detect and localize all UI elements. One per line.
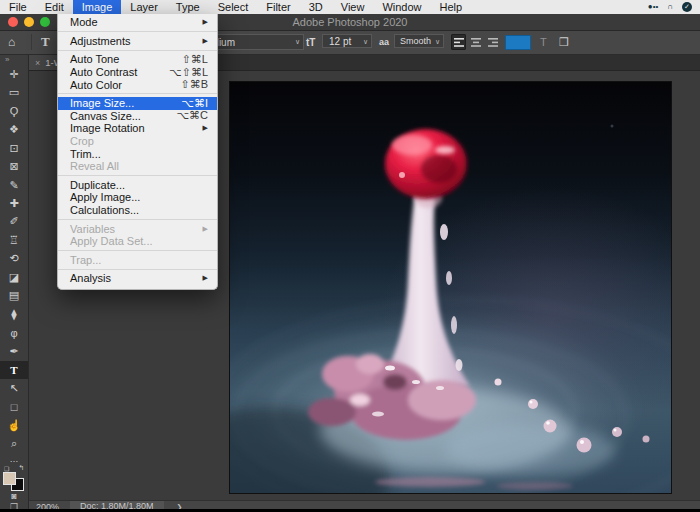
tool-crop[interactable]: ⊡ bbox=[0, 139, 28, 157]
traffic-lights bbox=[8, 17, 50, 27]
submenu-arrow-icon: ▶ bbox=[203, 274, 208, 282]
swap-colors-icon[interactable]: ↰ bbox=[18, 464, 24, 472]
align-left-button[interactable] bbox=[451, 34, 466, 50]
foreground-color-swatch[interactable] bbox=[3, 472, 16, 485]
gradient-tool-icon: ▤ bbox=[9, 289, 19, 302]
menu-item-label: Apply Data Set... bbox=[70, 235, 153, 247]
tool-brush[interactable]: ✐ bbox=[0, 213, 28, 231]
menu-item-apply-image[interactable]: Apply Image... bbox=[58, 191, 217, 204]
menu-item-label: Mode bbox=[70, 16, 98, 28]
menubar-item-filter[interactable]: Filter bbox=[257, 0, 299, 14]
tool-dodge[interactable]: φ bbox=[0, 324, 28, 342]
menubar-item-file[interactable]: File bbox=[0, 0, 36, 14]
anti-alias-icon: aa bbox=[379, 31, 389, 53]
font-size-icon: tT bbox=[306, 31, 315, 53]
tool-frame[interactable]: ⊠ bbox=[0, 157, 28, 175]
more-tools-icon: … bbox=[10, 454, 19, 464]
tool-blur[interactable]: ⧫ bbox=[0, 305, 28, 323]
close-tab-icon[interactable]: × bbox=[35, 58, 40, 68]
menu-item-label: Auto Tone bbox=[70, 53, 119, 65]
font-size-value: 12 pt bbox=[329, 35, 351, 48]
check-circle-status-icon[interactable]: ✓ bbox=[682, 2, 692, 12]
minimize-window-button[interactable] bbox=[24, 17, 34, 27]
menubar-item-view[interactable]: View bbox=[332, 0, 374, 14]
menu-item-calculations[interactable]: Calculations... bbox=[58, 204, 217, 217]
menu-item-image-rotation[interactable]: Image Rotation▶ bbox=[58, 122, 217, 135]
zoom-tool-icon: ⌕ bbox=[11, 437, 17, 450]
menubar-item-window[interactable]: Window bbox=[373, 0, 430, 14]
tool-eyedropper[interactable]: ✎ bbox=[0, 176, 28, 194]
window-title: Adobe Photoshop 2020 bbox=[293, 16, 408, 28]
menubar-item-layer[interactable]: Layer bbox=[121, 0, 167, 14]
tool-healing-brush[interactable]: ✚ bbox=[0, 194, 28, 212]
align-center-button[interactable] bbox=[468, 34, 483, 50]
tool-move[interactable]: ✛ bbox=[0, 65, 28, 83]
expand-tools-icon[interactable]: » bbox=[0, 55, 9, 65]
tool-object-selection[interactable]: ❖ bbox=[0, 120, 28, 138]
submenu-arrow-icon: ▶ bbox=[203, 124, 208, 132]
menu-item-auto-tone[interactable]: Auto Tone⇧⌘L bbox=[58, 53, 217, 66]
tool-lasso[interactable]: Ϙ bbox=[0, 102, 28, 120]
menu-item-trim[interactable]: Trim... bbox=[58, 147, 217, 160]
tool-shape[interactable]: □ bbox=[0, 397, 28, 415]
menubar-item-edit[interactable]: Edit bbox=[36, 0, 73, 14]
tool-clone-stamp[interactable]: ♖ bbox=[0, 231, 28, 249]
tool-marquee[interactable]: ▭ bbox=[0, 83, 28, 101]
menubar-item-type[interactable]: Type bbox=[167, 0, 209, 14]
menu-item-label: Canvas Size... bbox=[70, 110, 141, 122]
tool-path-selection[interactable]: ↖ bbox=[0, 379, 28, 397]
photoshop-app-window: File Edit Image Layer Type Select Filter… bbox=[0, 0, 700, 512]
history-brush-tool-icon: ⟲ bbox=[9, 252, 18, 265]
menubar-item-3d[interactable]: 3D bbox=[300, 0, 332, 14]
menubar-item-image[interactable]: Image bbox=[73, 0, 122, 14]
splash-photo[interactable] bbox=[230, 82, 671, 493]
menu-item-image-size[interactable]: Image Size...⌥⌘I bbox=[58, 97, 217, 110]
anti-alias-select[interactable]: Smooth ∨ bbox=[394, 34, 444, 48]
alignment-group bbox=[451, 31, 500, 53]
zoom-window-button[interactable] bbox=[40, 17, 50, 27]
object-selection-tool-icon: ❖ bbox=[9, 123, 19, 136]
menu-item-mode[interactable]: Mode▶ bbox=[58, 16, 217, 29]
type-tool-preset-icon[interactable]: T bbox=[41, 31, 50, 53]
menu-item-reveal-all: Reveal All bbox=[58, 160, 217, 173]
tool-history-brush[interactable]: ⟲ bbox=[0, 250, 28, 268]
pen-tool-icon: ✒ bbox=[9, 345, 18, 358]
menu-item-shortcut: ⌥⇧⌘L bbox=[169, 66, 208, 79]
tool-type[interactable]: T bbox=[0, 361, 28, 379]
tool-pen[interactable]: ✒ bbox=[0, 342, 28, 360]
chevron-down-icon: ∨ bbox=[435, 35, 440, 49]
menu-item-apply-data-set: Apply Data Set... bbox=[58, 235, 217, 248]
menu-item-canvas-size[interactable]: Canvas Size...⌥⌘C bbox=[58, 110, 217, 123]
menubar-item-select[interactable]: Select bbox=[209, 0, 258, 14]
close-window-button[interactable] bbox=[8, 17, 18, 27]
menubar-status-area: ●•• ∩ ✓ bbox=[648, 0, 700, 14]
color-picker-widget: ❏ ↰ bbox=[0, 465, 28, 491]
menu-item-analysis[interactable]: Analysis▶ bbox=[58, 272, 217, 285]
menu-item-adjustments[interactable]: Adjustments▶ bbox=[58, 35, 217, 48]
menu-item-auto-contrast[interactable]: Auto Contrast⌥⇧⌘L bbox=[58, 66, 217, 79]
toggle-panels-icon[interactable]: ❒ bbox=[559, 31, 569, 53]
submenu-arrow-icon: ▶ bbox=[203, 37, 208, 45]
tool-hand[interactable]: ☝ bbox=[0, 416, 28, 434]
menubar-item-help[interactable]: Help bbox=[431, 0, 472, 14]
anti-alias-value: Smooth bbox=[400, 35, 431, 48]
quick-mask-button[interactable]: ◙ bbox=[0, 491, 28, 502]
tool-eraser[interactable]: ◪ bbox=[0, 268, 28, 286]
dots-status-icon[interactable]: ●•• bbox=[648, 0, 658, 14]
tool-zoom[interactable]: ⌕ bbox=[0, 434, 28, 452]
eraser-tool-icon: ◪ bbox=[9, 271, 19, 284]
tool-gradient[interactable]: ▤ bbox=[0, 287, 28, 305]
align-right-button[interactable] bbox=[485, 34, 500, 50]
menu-item-label: Image Rotation bbox=[70, 122, 145, 134]
font-size-select[interactable]: 12 pt ∨ bbox=[322, 34, 372, 48]
default-colors-icon[interactable]: ❏ bbox=[4, 465, 9, 472]
menu-item-label: Auto Color bbox=[70, 79, 122, 91]
home-icon[interactable]: ⌂ bbox=[8, 31, 15, 53]
menu-item-duplicate[interactable]: Duplicate... bbox=[58, 179, 217, 192]
frame-tool-icon: ⊠ bbox=[9, 160, 18, 173]
menu-item-auto-color[interactable]: Auto Color⇧⌘B bbox=[58, 78, 217, 91]
warp-text-icon[interactable]: T bbox=[540, 31, 547, 53]
arc-status-icon[interactable]: ∩ bbox=[667, 0, 673, 14]
brush-tool-icon: ✐ bbox=[9, 215, 18, 228]
text-color-swatch[interactable] bbox=[505, 35, 531, 50]
